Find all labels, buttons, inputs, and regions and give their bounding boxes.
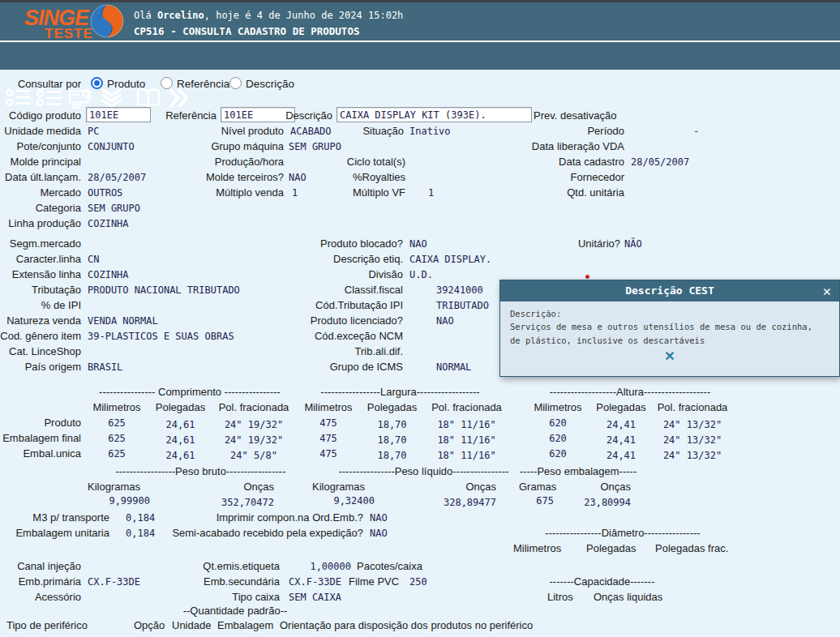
embunica-larg-frac: 18" 11/16": [424, 450, 509, 461]
field-emb-secundaria-value: CX.F-33DE: [289, 576, 341, 588]
alt-pol-header: Polegadas: [592, 401, 650, 413]
radio-referencia[interactable]: Referência: [161, 77, 229, 90]
field-cod-tributacao-ipi-label: Cód.Tributação IPI: [268, 299, 403, 311]
field-ciclo-total-label: Ciclo total(s): [341, 156, 405, 168]
produto-alt-frac: 24" 13/32": [652, 419, 733, 430]
dim-row-produto-label: Produto: [0, 417, 81, 429]
liquido-oz-value: 328,89477: [375, 497, 496, 508]
field-semi-acabado-value: NAO: [370, 528, 388, 539]
comp-mm-header: Milimetros: [85, 401, 148, 413]
field-data-ult-lancam-value: 28/05/2007: [88, 172, 146, 183]
user-name: Orcelino: [157, 10, 204, 21]
field-codigo-produto-label: Código produto: [6, 109, 81, 122]
field-multiplo-venda-value: 1: [292, 187, 298, 199]
produto-alt-mm: 620: [525, 417, 590, 429]
expand-all-down-icon[interactable]: [99, 88, 124, 109]
codigo-produto-input[interactable]: [86, 107, 151, 122]
field-trib-ali-dif-label: Trib.ali.dif.: [268, 345, 403, 357]
field-data-ult-lancam-label: Data últ.lançam.: [0, 171, 81, 183]
field-fornecedor-label: Fornecedor: [486, 171, 624, 183]
field-unitario-value: NÃO: [624, 238, 642, 250]
radio-descricao[interactable]: Descrição: [229, 77, 294, 90]
field-molde-principal-label: Molde principal: [0, 156, 81, 168]
cest-body-label: Descrição:: [510, 307, 829, 320]
embunica-alt-pol: 24,41: [592, 450, 650, 461]
field-data-cadastro-label: Data cadastro: [486, 156, 624, 168]
largura-group-header: -----------------Largura----------------…: [297, 386, 504, 398]
field-nivel-produto-value: ACABADO: [290, 126, 332, 137]
embfinal-larg-mm: 475: [297, 433, 360, 444]
field-cat-linceshop-label: Cat. LinceShop: [0, 345, 81, 357]
field-nivel-produto-label: Nível produto: [203, 125, 284, 137]
cest-dialog-titlebar[interactable]: Descrição CEST ✕: [500, 280, 839, 301]
field-imprimir-compon-value: NAO: [370, 512, 388, 524]
field-referencia-label: Referência: [158, 109, 216, 122]
dialog-close-icon[interactable]: ✕: [823, 280, 831, 301]
emb-g-header: Gramas: [519, 481, 556, 493]
produto-comp-pol: 24,61: [150, 419, 211, 430]
field-natureza-venda-value: VENDA NORMAL: [88, 315, 158, 327]
produto-comp-frac: 24" 19/32": [212, 419, 295, 430]
field-extensao-linha-value: COZINHA: [88, 269, 129, 280]
field-pct-ipi-label: % de IPI: [0, 299, 81, 311]
bruto-oz-header: Onças: [150, 481, 274, 493]
embfinal-comp-pol: 24,61: [150, 434, 211, 446]
field-pote-conjunto-label: Pote/conjunto: [0, 140, 81, 152]
altura-group-header: -------------------Altura---------------…: [525, 386, 735, 398]
field-extensao-linha-label: Extensão linha: [0, 268, 81, 280]
radio-referencia-button[interactable]: [161, 77, 173, 89]
unidade-header: Unidade: [172, 619, 211, 631]
detail-card-search-icon[interactable]: [68, 88, 93, 109]
radio-produto-button[interactable]: [91, 77, 103, 89]
field-descricao-etiq-value: CAIXA DISPLAY.: [409, 254, 491, 265]
diametro-header: ----------------Diâmetro----------------: [513, 527, 732, 539]
field-producao-hora-label: Produção/hora: [196, 156, 284, 168]
embalagem-header: Embalagem: [217, 619, 273, 631]
greeting-suffix: , hoje é 4 de Junho de 2024 15:02h: [204, 10, 404, 21]
embunica-comp-mm: 625: [85, 448, 148, 460]
field-royalties-label: %Royalties: [341, 171, 405, 183]
list-view-icon[interactable]: [5, 88, 32, 109]
field-data-liberacao-vda-label: Data liberação VDA: [486, 140, 624, 152]
field-tributacao-value: PRODUTO NACIONAL TRIBUTADO: [88, 284, 240, 296]
capacidade-litros-header: Litros: [547, 591, 573, 603]
embunica-larg-pol: 18,70: [362, 450, 422, 461]
embunica-comp-pol: 24,61: [150, 450, 211, 461]
field-grupo-maquina-value: SEM GRUPO: [289, 141, 341, 152]
produto-larg-mm: 475: [297, 417, 360, 429]
embfinal-larg-pol: 18,70: [362, 434, 422, 446]
embfinal-alt-frac: 24" 13/32": [652, 434, 733, 446]
radio-produto[interactable]: Produto: [91, 77, 145, 90]
bruto-kg-value: 9,99900: [85, 495, 150, 507]
toolbar: [0, 42, 840, 70]
manual-book-icon[interactable]: [136, 88, 161, 109]
embfinal-larg-frac: 18" 11/16": [424, 434, 509, 446]
checklist-icon[interactable]: [36, 88, 62, 109]
descricao-input[interactable]: [336, 107, 532, 122]
dialog-footer-close-icon[interactable]: ✕: [500, 348, 839, 364]
red-dot-indicator: [585, 275, 589, 279]
produto-comp-mm: 625: [85, 417, 148, 429]
field-cod-genero-item-label: Cod. gênero item: [0, 330, 81, 342]
field-emb-primaria-value: CX.F-33DE: [88, 576, 140, 588]
produto-alt-pol: 24,41: [592, 419, 650, 430]
field-embalagem-unitaria-value: 0,184: [126, 528, 155, 539]
page-title: CP516 - CONSULTA CADASTRO DE PRODUTOS: [134, 25, 359, 37]
field-classif-fiscal-label: Classif.fiscal: [268, 284, 403, 296]
logo-teste: TESTE: [45, 26, 93, 42]
field-multiplo-venda-label: Múltiplo venda: [196, 186, 284, 199]
cest-body-line2: de plástico, inclusive os descartáveis: [510, 334, 829, 347]
radio-descricao-button[interactable]: [229, 77, 242, 89]
field-semi-acabado-label: Semi-acabado recebido pela expedição?: [161, 527, 363, 539]
diametro-frac-header: Polegadas frac.: [655, 542, 728, 554]
cest-dialog-title: Descrição CEST: [625, 284, 714, 297]
forward-double-chevron-icon[interactable]: [167, 88, 191, 109]
emb-g-value: 675: [513, 495, 554, 507]
cest-dialog: Descrição CEST ✕ Descrição: Serviços de …: [499, 280, 840, 377]
larg-frac-header: Pol. fracionada: [424, 401, 509, 413]
field-divisao-value: U.D.: [409, 269, 433, 280]
bruto-kg-header: Kilogramas: [88, 481, 140, 493]
greeting-text: Olá Orcelino, hoje é 4 de Junho de 2024 …: [134, 10, 403, 21]
field-pacotes-caixa-label: Pacotes/caixa: [357, 560, 422, 572]
field-classif-fiscal-value: 39241000: [436, 284, 483, 296]
